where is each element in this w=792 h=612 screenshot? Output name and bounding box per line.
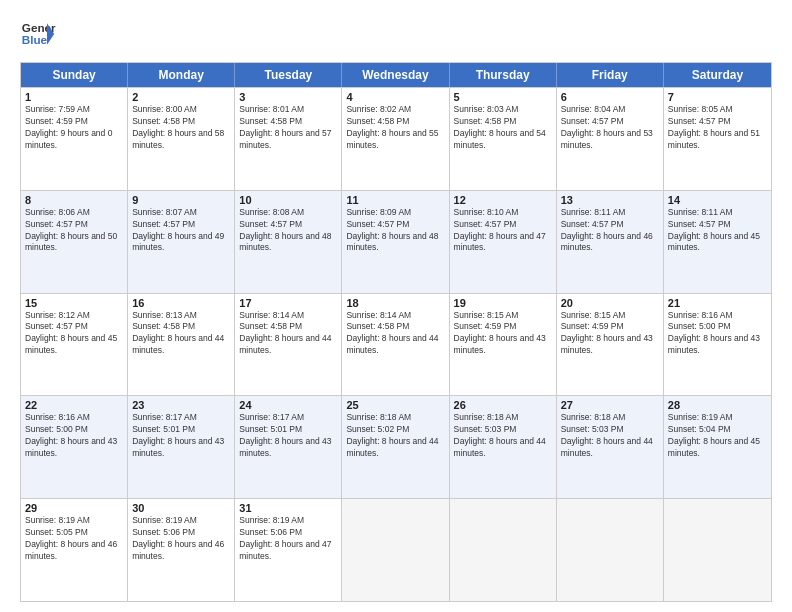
day-number: 9: [132, 194, 230, 206]
calendar-cell-23: 23Sunrise: 8:17 AMSunset: 5:01 PMDayligh…: [128, 396, 235, 498]
day-detail: Sunrise: 8:01 AMSunset: 4:58 PMDaylight:…: [239, 104, 337, 152]
day-detail: Sunrise: 8:18 AMSunset: 5:02 PMDaylight:…: [346, 412, 444, 460]
calendar-cell-10: 10Sunrise: 8:08 AMSunset: 4:57 PMDayligh…: [235, 191, 342, 293]
day-number: 12: [454, 194, 552, 206]
calendar-cell-30: 30Sunrise: 8:19 AMSunset: 5:06 PMDayligh…: [128, 499, 235, 601]
day-detail: Sunrise: 8:18 AMSunset: 5:03 PMDaylight:…: [454, 412, 552, 460]
day-number: 4: [346, 91, 444, 103]
calendar-cell-22: 22Sunrise: 8:16 AMSunset: 5:00 PMDayligh…: [21, 396, 128, 498]
calendar-cell-28: 28Sunrise: 8:19 AMSunset: 5:04 PMDayligh…: [664, 396, 771, 498]
calendar-cell-19: 19Sunrise: 8:15 AMSunset: 4:59 PMDayligh…: [450, 294, 557, 396]
day-number: 16: [132, 297, 230, 309]
calendar-week-5: 29Sunrise: 8:19 AMSunset: 5:05 PMDayligh…: [21, 498, 771, 601]
calendar-cell-7: 7Sunrise: 8:05 AMSunset: 4:57 PMDaylight…: [664, 88, 771, 190]
day-number: 29: [25, 502, 123, 514]
day-number: 20: [561, 297, 659, 309]
calendar-cell-11: 11Sunrise: 8:09 AMSunset: 4:57 PMDayligh…: [342, 191, 449, 293]
calendar-page: General Blue SundayMondayTuesdayWednesda…: [0, 0, 792, 612]
calendar-cell-3: 3Sunrise: 8:01 AMSunset: 4:58 PMDaylight…: [235, 88, 342, 190]
day-number: 19: [454, 297, 552, 309]
day-number: 3: [239, 91, 337, 103]
day-detail: Sunrise: 8:15 AMSunset: 4:59 PMDaylight:…: [454, 310, 552, 358]
day-number: 30: [132, 502, 230, 514]
day-detail: Sunrise: 8:16 AMSunset: 5:00 PMDaylight:…: [25, 412, 123, 460]
day-header-sunday: Sunday: [21, 63, 128, 87]
day-number: 2: [132, 91, 230, 103]
calendar-cell-8: 8Sunrise: 8:06 AMSunset: 4:57 PMDaylight…: [21, 191, 128, 293]
logo: General Blue: [20, 16, 56, 52]
day-number: 18: [346, 297, 444, 309]
calendar-cell-31: 31Sunrise: 8:19 AMSunset: 5:06 PMDayligh…: [235, 499, 342, 601]
day-number: 26: [454, 399, 552, 411]
day-detail: Sunrise: 8:03 AMSunset: 4:58 PMDaylight:…: [454, 104, 552, 152]
calendar-cell-21: 21Sunrise: 8:16 AMSunset: 5:00 PMDayligh…: [664, 294, 771, 396]
header: General Blue: [20, 16, 772, 52]
calendar-cell-6: 6Sunrise: 8:04 AMSunset: 4:57 PMDaylight…: [557, 88, 664, 190]
day-detail: Sunrise: 8:17 AMSunset: 5:01 PMDaylight:…: [239, 412, 337, 460]
day-number: 28: [668, 399, 767, 411]
day-detail: Sunrise: 8:14 AMSunset: 4:58 PMDaylight:…: [239, 310, 337, 358]
day-detail: Sunrise: 8:19 AMSunset: 5:06 PMDaylight:…: [132, 515, 230, 563]
calendar-cell-4: 4Sunrise: 8:02 AMSunset: 4:58 PMDaylight…: [342, 88, 449, 190]
day-header-tuesday: Tuesday: [235, 63, 342, 87]
calendar-week-3: 15Sunrise: 8:12 AMSunset: 4:57 PMDayligh…: [21, 293, 771, 396]
day-detail: Sunrise: 7:59 AMSunset: 4:59 PMDaylight:…: [25, 104, 123, 152]
day-number: 25: [346, 399, 444, 411]
day-number: 15: [25, 297, 123, 309]
calendar-week-1: 1Sunrise: 7:59 AMSunset: 4:59 PMDaylight…: [21, 87, 771, 190]
day-detail: Sunrise: 8:11 AMSunset: 4:57 PMDaylight:…: [668, 207, 767, 255]
day-detail: Sunrise: 8:16 AMSunset: 5:00 PMDaylight:…: [668, 310, 767, 358]
day-number: 27: [561, 399, 659, 411]
calendar-body: 1Sunrise: 7:59 AMSunset: 4:59 PMDaylight…: [21, 87, 771, 601]
day-header-thursday: Thursday: [450, 63, 557, 87]
calendar-cell-12: 12Sunrise: 8:10 AMSunset: 4:57 PMDayligh…: [450, 191, 557, 293]
logo-icon: General Blue: [20, 16, 56, 52]
calendar-cell-1: 1Sunrise: 7:59 AMSunset: 4:59 PMDaylight…: [21, 88, 128, 190]
calendar-cell-14: 14Sunrise: 8:11 AMSunset: 4:57 PMDayligh…: [664, 191, 771, 293]
day-detail: Sunrise: 8:08 AMSunset: 4:57 PMDaylight:…: [239, 207, 337, 255]
day-number: 13: [561, 194, 659, 206]
day-detail: Sunrise: 8:17 AMSunset: 5:01 PMDaylight:…: [132, 412, 230, 460]
day-detail: Sunrise: 8:18 AMSunset: 5:03 PMDaylight:…: [561, 412, 659, 460]
calendar-cell-26: 26Sunrise: 8:18 AMSunset: 5:03 PMDayligh…: [450, 396, 557, 498]
day-number: 31: [239, 502, 337, 514]
calendar-header: SundayMondayTuesdayWednesdayThursdayFrid…: [21, 63, 771, 87]
day-detail: Sunrise: 8:12 AMSunset: 4:57 PMDaylight:…: [25, 310, 123, 358]
day-number: 17: [239, 297, 337, 309]
day-detail: Sunrise: 8:09 AMSunset: 4:57 PMDaylight:…: [346, 207, 444, 255]
calendar-cell-18: 18Sunrise: 8:14 AMSunset: 4:58 PMDayligh…: [342, 294, 449, 396]
day-detail: Sunrise: 8:04 AMSunset: 4:57 PMDaylight:…: [561, 104, 659, 152]
day-detail: Sunrise: 8:14 AMSunset: 4:58 PMDaylight:…: [346, 310, 444, 358]
calendar-week-2: 8Sunrise: 8:06 AMSunset: 4:57 PMDaylight…: [21, 190, 771, 293]
calendar-cell-empty: [664, 499, 771, 601]
day-number: 24: [239, 399, 337, 411]
svg-text:Blue: Blue: [22, 33, 48, 46]
calendar-week-4: 22Sunrise: 8:16 AMSunset: 5:00 PMDayligh…: [21, 395, 771, 498]
calendar-cell-29: 29Sunrise: 8:19 AMSunset: 5:05 PMDayligh…: [21, 499, 128, 601]
day-number: 23: [132, 399, 230, 411]
calendar-cell-empty: [557, 499, 664, 601]
day-number: 5: [454, 91, 552, 103]
day-header-monday: Monday: [128, 63, 235, 87]
day-detail: Sunrise: 8:06 AMSunset: 4:57 PMDaylight:…: [25, 207, 123, 255]
calendar-cell-17: 17Sunrise: 8:14 AMSunset: 4:58 PMDayligh…: [235, 294, 342, 396]
calendar-cell-5: 5Sunrise: 8:03 AMSunset: 4:58 PMDaylight…: [450, 88, 557, 190]
day-detail: Sunrise: 8:19 AMSunset: 5:05 PMDaylight:…: [25, 515, 123, 563]
day-number: 8: [25, 194, 123, 206]
day-number: 21: [668, 297, 767, 309]
calendar-cell-empty: [342, 499, 449, 601]
day-detail: Sunrise: 8:11 AMSunset: 4:57 PMDaylight:…: [561, 207, 659, 255]
day-number: 10: [239, 194, 337, 206]
day-detail: Sunrise: 8:07 AMSunset: 4:57 PMDaylight:…: [132, 207, 230, 255]
calendar-cell-15: 15Sunrise: 8:12 AMSunset: 4:57 PMDayligh…: [21, 294, 128, 396]
calendar-cell-25: 25Sunrise: 8:18 AMSunset: 5:02 PMDayligh…: [342, 396, 449, 498]
day-header-wednesday: Wednesday: [342, 63, 449, 87]
day-detail: Sunrise: 8:00 AMSunset: 4:58 PMDaylight:…: [132, 104, 230, 152]
day-detail: Sunrise: 8:19 AMSunset: 5:04 PMDaylight:…: [668, 412, 767, 460]
day-header-saturday: Saturday: [664, 63, 771, 87]
day-number: 14: [668, 194, 767, 206]
calendar-cell-2: 2Sunrise: 8:00 AMSunset: 4:58 PMDaylight…: [128, 88, 235, 190]
day-header-friday: Friday: [557, 63, 664, 87]
day-detail: Sunrise: 8:05 AMSunset: 4:57 PMDaylight:…: [668, 104, 767, 152]
calendar-cell-24: 24Sunrise: 8:17 AMSunset: 5:01 PMDayligh…: [235, 396, 342, 498]
